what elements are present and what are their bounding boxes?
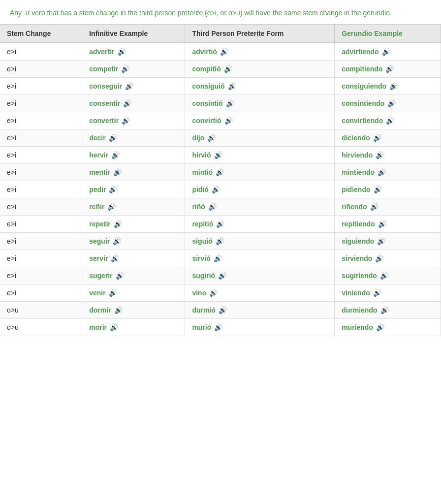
gerundio-cell: sugiriendo🔊	[335, 267, 441, 284]
preterite-text: sugirió	[192, 272, 215, 280]
gerundio-text: viniendo	[342, 289, 370, 297]
gerundio-text: siguiendo	[342, 237, 374, 245]
audio-icon[interactable]: 🔊	[216, 168, 224, 176]
audio-icon[interactable]: 🔊	[113, 237, 121, 245]
preterite-cell: hirvió🔊	[185, 147, 335, 164]
gerundio-text: hirviendo	[342, 151, 373, 159]
audio-icon[interactable]: 🔊	[121, 65, 129, 73]
preterite-text: mintió	[192, 168, 213, 176]
conjugation-table: Stem Change Infinitive Example Third Per…	[0, 24, 441, 336]
audio-icon[interactable]: 🔊	[389, 82, 398, 90]
audio-icon[interactable]: 🔊	[207, 134, 216, 142]
audio-icon[interactable]: 🔊	[226, 99, 234, 107]
audio-icon[interactable]: 🔊	[216, 220, 224, 228]
audio-icon[interactable]: 🔊	[377, 237, 385, 245]
audio-icon[interactable]: 🔊	[214, 323, 222, 331]
audio-icon[interactable]: 🔊	[212, 186, 220, 193]
infinitive-cell: servir🔊	[82, 250, 185, 267]
table-row: e>iconseguir🔊consiguió🔊consiguiendo🔊	[0, 78, 441, 95]
audio-icon[interactable]: 🔊	[370, 203, 378, 211]
table-row: e>imentir🔊mintió🔊mintiendo🔊	[0, 164, 441, 181]
infinitive-cell: pedir🔊	[82, 181, 185, 198]
gerundio-cell: advirtiendo🔊	[335, 43, 441, 61]
preterite-cell: consintió🔊	[185, 95, 335, 112]
stem-change-cell: e>i	[0, 61, 82, 78]
gerundio-cell: pidiendo🔊	[335, 181, 441, 198]
audio-icon[interactable]: 🔊	[214, 254, 222, 262]
preterite-cell: advirtió🔊	[185, 43, 335, 61]
audio-icon[interactable]: 🔊	[109, 186, 117, 193]
infinitive-text: repetir	[89, 220, 111, 228]
audio-icon[interactable]: 🔊	[123, 99, 131, 107]
gerundio-cell: repitiendo🔊	[335, 216, 441, 233]
table-row: e>ihervir🔊hirvió🔊hirviendo🔊	[0, 147, 441, 164]
audio-icon[interactable]: 🔊	[114, 306, 123, 314]
gerundio-text: sugiriendo	[342, 272, 377, 280]
audio-icon[interactable]: 🔊	[214, 151, 222, 159]
audio-icon[interactable]: 🔊	[380, 272, 388, 280]
audio-icon[interactable]: 🔊	[228, 82, 236, 90]
audio-icon[interactable]: 🔊	[385, 65, 394, 73]
table-row: e>iconsentir🔊consintió🔊consintiendo🔊	[0, 95, 441, 112]
preterite-cell: vino🔊	[185, 284, 335, 302]
table-row: e>idecir🔊dijo🔊diciendo🔊	[0, 129, 441, 147]
stem-change-cell: e>i	[0, 284, 82, 302]
audio-icon[interactable]: 🔊	[114, 220, 122, 228]
audio-icon[interactable]: 🔊	[386, 117, 394, 125]
infinitive-text: advertir	[89, 48, 114, 56]
gerundio-cell: muriendo🔊	[335, 319, 441, 336]
audio-icon[interactable]: 🔊	[380, 306, 389, 314]
infinitive-cell: advertir🔊	[82, 43, 185, 61]
preterite-text: hirvió	[192, 151, 211, 159]
infinitive-cell: dormir🔊	[82, 302, 185, 319]
audio-icon[interactable]: 🔊	[208, 203, 217, 211]
audio-icon[interactable]: 🔊	[376, 323, 384, 331]
audio-icon[interactable]: 🔊	[109, 134, 117, 142]
audio-icon[interactable]: 🔊	[122, 117, 130, 125]
audio-icon[interactable]: 🔊	[224, 117, 233, 125]
infinitive-cell: repetir🔊	[82, 216, 185, 233]
audio-icon[interactable]: 🔊	[224, 65, 232, 73]
infinitive-text: seguir	[89, 237, 110, 245]
gerundio-cell: riñendo🔊	[335, 198, 441, 216]
audio-icon[interactable]: 🔊	[116, 272, 124, 280]
preterite-text: vino	[192, 289, 206, 297]
audio-icon[interactable]: 🔊	[109, 289, 117, 297]
gerundio-text: mintiendo	[342, 168, 375, 176]
audio-icon[interactable]: 🔊	[373, 289, 381, 297]
audio-icon[interactable]: 🔊	[118, 48, 126, 56]
audio-icon[interactable]: 🔊	[111, 151, 120, 159]
infinitive-text: reñir	[89, 203, 104, 211]
audio-icon[interactable]: 🔊	[111, 254, 119, 262]
audio-icon[interactable]: 🔊	[113, 168, 122, 176]
audio-icon[interactable]: 🔊	[378, 220, 386, 228]
audio-icon[interactable]: 🔊	[218, 272, 226, 280]
audio-icon[interactable]: 🔊	[209, 289, 218, 297]
audio-icon[interactable]: 🔊	[387, 99, 396, 107]
preterite-text: murió	[192, 323, 211, 331]
audio-icon[interactable]: 🔊	[373, 134, 381, 142]
infinitive-cell: conseguir🔊	[82, 78, 185, 95]
table-row: o>udormir🔊durmió🔊durmiendo🔊	[0, 302, 441, 319]
audio-icon[interactable]: 🔊	[125, 82, 133, 90]
audio-icon[interactable]: 🔊	[110, 323, 118, 331]
audio-icon[interactable]: 🔊	[374, 186, 382, 193]
gerundio-cell: viniendo🔊	[335, 284, 441, 302]
audio-icon[interactable]: 🔊	[378, 168, 386, 176]
header-infinitive: Infinitive Example	[82, 25, 185, 43]
infinitive-cell: morir🔊	[82, 319, 185, 336]
infinitive-cell: consentir🔊	[82, 95, 185, 112]
audio-icon[interactable]: 🔊	[216, 237, 224, 245]
audio-icon[interactable]: 🔊	[220, 48, 228, 56]
stem-change-cell: e>i	[0, 250, 82, 267]
infinitive-cell: hervir🔊	[82, 147, 185, 164]
audio-icon[interactable]: 🔊	[376, 151, 384, 159]
audio-icon[interactable]: 🔊	[382, 48, 390, 56]
audio-icon[interactable]: 🔊	[375, 254, 383, 262]
gerundio-text: advirtiendo	[342, 48, 378, 56]
infinitive-cell: decir🔊	[82, 129, 185, 147]
audio-icon[interactable]: 🔊	[107, 203, 116, 211]
preterite-text: consiguió	[192, 82, 224, 90]
stem-change-cell: e>i	[0, 95, 82, 112]
audio-icon[interactable]: 🔊	[219, 306, 227, 314]
